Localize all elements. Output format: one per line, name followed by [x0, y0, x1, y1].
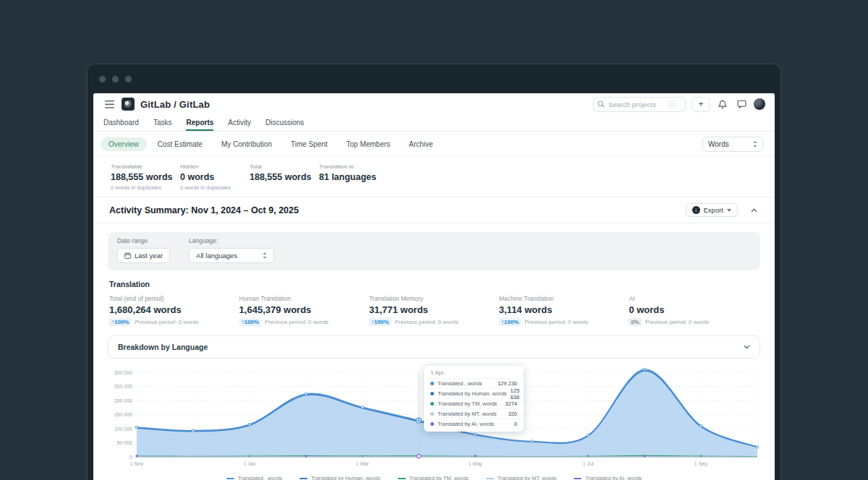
metric-note: Previous period: 0 words [395, 319, 459, 325]
language-select-value: All languages [196, 252, 237, 260]
legend-swatch [226, 478, 234, 479]
svg-text:300 000: 300 000 [114, 370, 132, 375]
chart-tooltip: 1 Apr Translated , words129 230Translate… [424, 366, 524, 432]
breakdown-by-language-card[interactable]: Breakdown by Language [108, 335, 760, 359]
metric-ai: AI 0 words 0%Previous period: 0 words [629, 295, 759, 326]
stat-label: Translatable [111, 163, 180, 170]
metric-value: 3,114 words [499, 304, 629, 315]
metric-note: Previous period: 0 words [135, 319, 198, 325]
export-button[interactable]: ↓ Export [686, 203, 738, 217]
stat-value: 188,555 words [111, 172, 180, 182]
project-stats: Translatable 188,555 words 0 words in du… [93, 157, 775, 197]
tooltip-series-value: 320 [508, 411, 517, 417]
stat-value: 188,555 words [250, 172, 319, 182]
tab-tasks[interactable]: Tasks [153, 115, 172, 131]
window-control-2[interactable] [112, 76, 119, 82]
date-range-value: Last year [135, 252, 163, 260]
window-control-1[interactable] [99, 76, 106, 82]
subtab-my-contribution[interactable]: My Contribution [213, 137, 280, 151]
date-range-group: Date range Last year [117, 237, 170, 263]
delta-badge: 0% [629, 318, 642, 326]
stat-sub [319, 184, 388, 190]
tooltip-series-label: Translated by TM, words [438, 400, 497, 407]
stat-translation-to: Translation to 81 languages [319, 163, 388, 191]
subtab-cost-estimate[interactable]: Cost Estimate [150, 137, 210, 151]
metric-label: AI [629, 295, 759, 302]
collapse-section-icon[interactable] [751, 208, 757, 213]
caret-down-icon [727, 209, 731, 212]
metric-total: Total (end of period) 1,680,264 words ↑1… [109, 295, 239, 326]
metric-label: Total (end of period) [109, 295, 239, 302]
legend-item[interactable]: Translated , words [226, 475, 282, 480]
chevron-down-icon [744, 345, 750, 349]
create-new-button[interactable]: + [692, 97, 710, 112]
activity-summary-title: Activity Summary: Nov 1, 2024 – Oct 9, 2… [109, 205, 299, 215]
search-icon [597, 100, 605, 108]
legend-item[interactable]: Translated by Human, words [299, 475, 380, 480]
metric-label: Machine Translation [499, 295, 629, 302]
messages-icon[interactable] [735, 98, 748, 111]
metric-human-translation: Human Translation 1,645,379 words ↑100%P… [239, 295, 370, 326]
subtab-time-spent[interactable]: Time Spent [283, 137, 336, 151]
window-control-3[interactable] [125, 76, 132, 82]
stat-value: 81 languages [319, 172, 388, 182]
svg-text:50 000: 50 000 [117, 440, 133, 445]
project-logo [122, 98, 135, 111]
language-select[interactable]: All languages [189, 248, 274, 263]
stat-sub: 0 words in duplicates [180, 184, 250, 191]
download-icon: ↓ [692, 206, 700, 214]
user-avatar[interactable] [754, 98, 765, 110]
metric-value: 0 words [629, 304, 759, 315]
units-select-value: Words [708, 140, 729, 148]
date-range-button[interactable]: Last year [117, 248, 170, 263]
subtab-top-members[interactable]: Top Members [339, 137, 399, 151]
tooltip-series-dot [430, 392, 434, 395]
language-label: Language: [189, 237, 274, 244]
stat-sub: 0 words in duplicates [111, 184, 180, 191]
select-updown-icon [753, 141, 757, 147]
search-field[interactable] [608, 100, 665, 108]
svg-text:1 Mar: 1 Mar [356, 461, 370, 466]
chart-legend: Translated , wordsTranslated by Human, w… [108, 475, 760, 480]
delta-badge: ↑100% [499, 318, 521, 326]
legend-label: Translated by MT, words [498, 475, 556, 480]
legend-item[interactable]: Translated by AI, words [574, 475, 642, 480]
tooltip-row: Translated by MT, words320 [430, 408, 517, 419]
svg-text:150 000: 150 000 [114, 412, 132, 417]
tooltip-row: Translated by AI, words0 [430, 419, 517, 429]
metric-label: Translation Memory [369, 295, 499, 302]
legend-swatch [299, 478, 307, 479]
svg-text:100 000: 100 000 [114, 427, 132, 432]
activity-chart-wrap: 300 000250 000200 000150 000100 00050 00… [108, 363, 760, 480]
search-input[interactable]: / [593, 97, 686, 112]
stat-label: Translation to [319, 163, 388, 170]
tooltip-series-value: 3274 [505, 400, 517, 407]
svg-text:1 Nov: 1 Nov [130, 461, 144, 466]
tab-dashboard[interactable]: Dashboard [103, 115, 139, 131]
translation-section: Translation Total (end of period) 1,680,… [93, 270, 775, 326]
delta-badge: ↑100% [369, 318, 391, 326]
units-select[interactable]: Words [702, 137, 763, 152]
subtab-overview[interactable]: Overview [101, 137, 147, 151]
metric-note: Previous period: 0 words [524, 319, 588, 325]
stat-value: 0 words [180, 172, 250, 182]
tooltip-series-dot [430, 422, 434, 426]
tooltip-series-label: Translated by Human, words [438, 390, 507, 397]
tab-activity[interactable]: Activity [228, 115, 251, 131]
legend-item[interactable]: Translated by MT, words [486, 475, 556, 480]
notifications-bell-icon[interactable] [716, 98, 729, 111]
tooltip-series-dot [430, 412, 434, 416]
svg-text:1 May: 1 May [468, 461, 482, 467]
menu-icon[interactable] [103, 98, 116, 111]
tooltip-row: Translated , words129 230 [430, 378, 517, 388]
legend-label: Translated by Human, words [311, 475, 380, 480]
legend-label: Translated by TM, words [409, 475, 469, 480]
tab-discussions[interactable]: Discussions [265, 115, 304, 131]
breakdown-title: Breakdown by Language [118, 343, 208, 351]
page-title: GitLab / GitLab [140, 99, 210, 110]
subtab-archive[interactable]: Archive [401, 137, 441, 151]
delta-badge: ↑100% [109, 318, 131, 326]
legend-item[interactable]: Translated by TM, words [398, 475, 469, 480]
tooltip-series-value: 129 230 [498, 380, 517, 387]
tab-reports[interactable]: Reports [186, 115, 213, 131]
